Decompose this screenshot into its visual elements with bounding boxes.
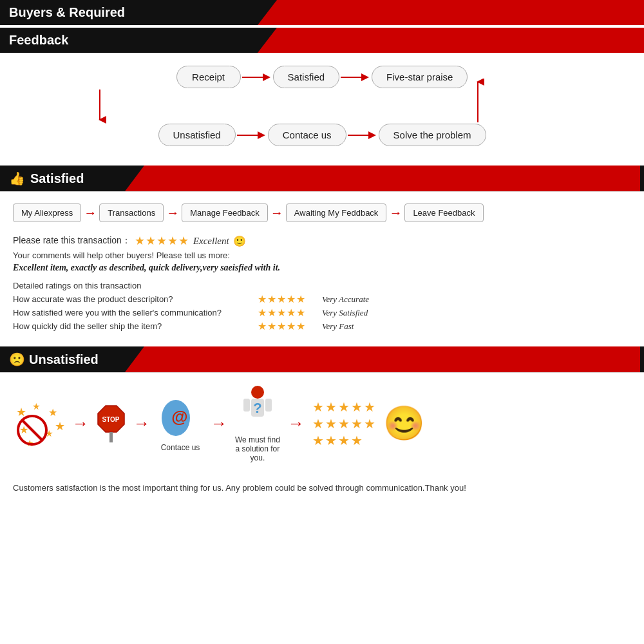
no-star-block: ★ ★ ★ ★ ★ ★ ★ bbox=[13, 398, 64, 450]
stars-row-1: ★★★★★ bbox=[312, 399, 377, 415]
svg-text:★: ★ bbox=[32, 401, 41, 412]
unsatisfied-section: ★ ★ ★ ★ ★ ★ ★ → STOP bbox=[0, 373, 644, 515]
nav-arrow-4: → bbox=[389, 205, 402, 220]
comments-prompt: Your comments will help other buyers! Pl… bbox=[13, 251, 631, 260]
unsat-arrow-2: → bbox=[133, 413, 150, 433]
svg-text:★: ★ bbox=[48, 407, 57, 418]
unsatisfied-title: Unsatisfied bbox=[29, 352, 99, 367]
rating-stars-main: ★★★★★ bbox=[135, 234, 189, 248]
feedback-flow-section: Receipt Satisfied Five-star praise Unsat… bbox=[0, 53, 644, 166]
contact-block: @ Contace us bbox=[158, 395, 203, 452]
stars-row-2: ★★★★★ bbox=[312, 416, 377, 431]
svg-text:★: ★ bbox=[55, 420, 65, 433]
smiley-icon: 🙂 bbox=[233, 235, 246, 247]
excellent-label: Excellent bbox=[193, 236, 229, 247]
nav-awaiting-feedback[interactable]: Awaiting My Feddback bbox=[286, 204, 387, 222]
stars-rows: ★★★★★ ★★★★★ ★★★★ bbox=[312, 399, 377, 448]
feedback-banner: Feedback bbox=[0, 28, 644, 53]
svg-rect-22 bbox=[243, 399, 250, 412]
satisfied-banner: 👍 Satisfied bbox=[0, 166, 644, 191]
no-star-icon: ★ ★ ★ ★ ★ ★ ★ bbox=[13, 398, 64, 450]
svg-text:STOP: STOP bbox=[102, 416, 119, 423]
stop-sign-block: STOP bbox=[97, 404, 126, 443]
rating-question-2: How satisfied were you with the seller's… bbox=[13, 308, 251, 317]
nav-leave-feedback[interactable]: Leave Feedback bbox=[404, 204, 483, 222]
arrow-unsat-to-contact bbox=[236, 129, 268, 142]
stars-row-3: ★★★★ bbox=[312, 433, 377, 448]
rating-row-accuracy: How accurate was the product descripiton… bbox=[13, 293, 631, 305]
contact-label: Contace us bbox=[161, 443, 200, 452]
buyers-required-banner: Buyers & Required bbox=[0, 0, 644, 25]
flow-solve: Solve the problem bbox=[379, 124, 486, 146]
nav-manage-feedback[interactable]: Manage Feedback bbox=[182, 204, 268, 222]
svg-rect-17 bbox=[109, 432, 113, 442]
nav-path: My Aliexpress → Transactions → Manage Fe… bbox=[13, 204, 631, 222]
nav-transactions[interactable]: Transactions bbox=[99, 204, 164, 222]
rating-label-3: Very Fast bbox=[322, 321, 354, 332]
flow-satisfied: Satisfied bbox=[273, 66, 340, 88]
svg-point-20 bbox=[251, 386, 264, 399]
svg-rect-23 bbox=[265, 399, 272, 412]
unsat-arrow-1: → bbox=[72, 413, 89, 433]
rating-label-2: Very Satisfied bbox=[322, 308, 368, 318]
flow-five-star: Five-star praise bbox=[372, 66, 468, 88]
question-person-svg: ? bbox=[238, 384, 277, 433]
rating-question-1: How accurate was the product descripiton… bbox=[13, 294, 251, 304]
rating-row-communication: How satisfied were you with the seller's… bbox=[13, 307, 631, 319]
stop-sign-svg: STOP bbox=[97, 404, 126, 443]
rating-stars-1: ★★★★★ bbox=[258, 293, 316, 305]
arrow-receipt-down bbox=[90, 88, 109, 124]
svg-text:@: @ bbox=[171, 407, 187, 426]
svg-text:?: ? bbox=[253, 400, 261, 416]
phone-email-svg: @ bbox=[158, 395, 203, 440]
detailed-ratings-label: Detailed ratings on this transaction bbox=[13, 281, 631, 290]
happy-face-block: 😊 bbox=[383, 404, 425, 443]
flow-diagram: Receipt Satisfied Five-star praise Unsat… bbox=[26, 66, 618, 146]
flow-contact: Contace us bbox=[268, 124, 346, 146]
frown-icon: 🙁 bbox=[9, 352, 25, 367]
nav-arrow-2: → bbox=[166, 205, 179, 220]
unsat-arrow-4: → bbox=[288, 413, 305, 433]
thumb-up-icon: 👍 bbox=[9, 171, 25, 186]
happy-face-icon: 😊 bbox=[383, 404, 425, 443]
arrow-satisfied-to-fivestar bbox=[339, 71, 372, 84]
flow-receipt: Receipt bbox=[176, 66, 241, 88]
rating-label-1: Very Accurate bbox=[322, 294, 369, 305]
nav-arrow-3: → bbox=[270, 205, 283, 220]
rating-prompt: Please rate this transaction： bbox=[13, 235, 131, 247]
rating-row-shipping: How quickly did the seller ship the item… bbox=[13, 320, 631, 332]
feedback-title: Feedback bbox=[9, 33, 68, 47]
unsatisfied-banner: 🙁 Unsatisfied bbox=[0, 346, 644, 372]
buyers-required-title: Buyers & Required bbox=[9, 5, 125, 19]
satisfied-section: My Aliexpress → Transactions → Manage Fe… bbox=[0, 192, 644, 346]
arrow-solve-up bbox=[468, 79, 488, 124]
nav-my-aliexpress[interactable]: My Aliexpress bbox=[13, 204, 81, 222]
rating-line: Please rate this transaction： ★★★★★ Exce… bbox=[13, 234, 631, 248]
rating-question-3: How quickly did the seller ship the item… bbox=[13, 321, 251, 331]
comment-text: Excellent item, exactly as described, qu… bbox=[13, 263, 631, 273]
unsatisfied-flow: ★ ★ ★ ★ ★ ★ ★ → STOP bbox=[13, 384, 631, 462]
satisfied-title: Satisfied bbox=[30, 171, 84, 186]
stars-rows-block: ★★★★★ ★★★★★ ★★★★ bbox=[312, 399, 377, 448]
rating-stars-2: ★★★★★ bbox=[258, 307, 316, 319]
flow-unsatisfied: Unsatisfied bbox=[158, 124, 236, 146]
unsat-arrow-3: → bbox=[211, 413, 227, 433]
nav-arrow-1: → bbox=[84, 205, 97, 220]
solution-label: We must find a solution for you. bbox=[235, 435, 280, 462]
rating-stars-3: ★★★★★ bbox=[258, 320, 316, 332]
arrow-contact-to-solve bbox=[346, 129, 379, 142]
bottom-text: Customers satisfaction is the most impor… bbox=[13, 475, 631, 502]
solution-block: ? We must find a solution for you. bbox=[235, 384, 280, 462]
arrow-receipt-to-satisfied bbox=[241, 71, 273, 84]
